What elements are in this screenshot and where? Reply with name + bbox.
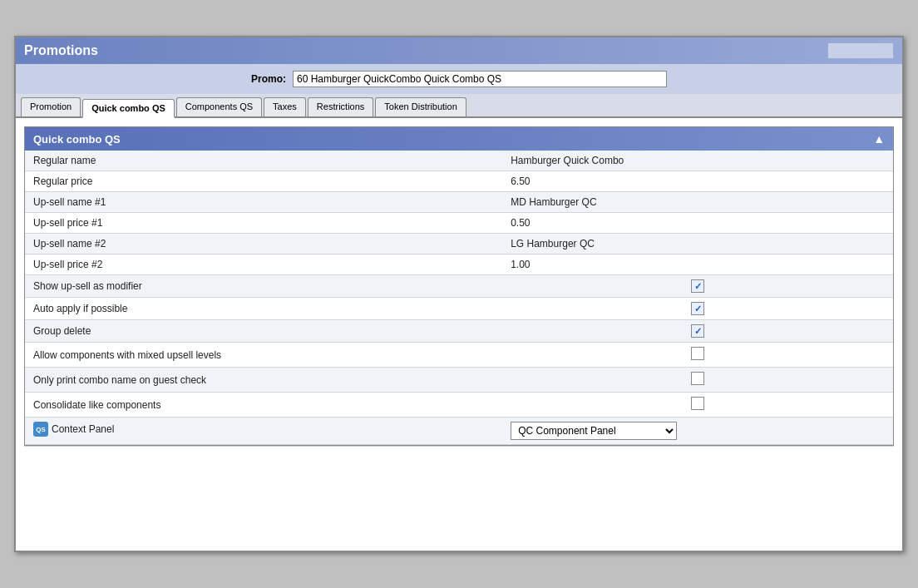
row-value: LG Hamburger QC — [502, 234, 893, 254]
promo-label: Promo: — [251, 73, 286, 85]
table-row: Allow components with mixed upsell level… — [25, 343, 893, 368]
table-row: Regular nameHamburger Quick Combo — [25, 151, 893, 171]
row-value — [502, 343, 893, 368]
table-row: Regular price6.50 — [25, 171, 893, 192]
checkbox[interactable] — [691, 279, 704, 293]
row-value — [502, 368, 893, 393]
promo-select-wrapper: 60 Hamburger QuickCombo Quick Combo QS — [293, 71, 667, 87]
tab-quick-combo-qs[interactable]: Quick combo QS — [82, 99, 175, 118]
row-label: Regular name — [25, 151, 502, 171]
bottom-area — [24, 446, 894, 512]
section-header: Quick combo QS ▲ — [25, 127, 893, 151]
row-label: Group delete — [25, 320, 502, 343]
row-value: 1.00 — [502, 254, 893, 275]
tab-components-qs[interactable]: Components QS — [176, 97, 262, 116]
context-panel-value: QC Component Panel — [502, 418, 893, 445]
section-box: Quick combo QS ▲ Regular nameHamburger Q… — [24, 126, 894, 446]
row-label: Allow components with mixed upsell level… — [25, 343, 502, 368]
context-panel-label: QS Context Panel — [25, 418, 288, 441]
table-row: Consolidate like components — [25, 393, 893, 418]
context-panel-row: QS Context PanelQC Component Panel — [25, 418, 893, 445]
content-area: Quick combo QS ▲ Regular nameHamburger Q… — [16, 118, 902, 551]
row-value — [502, 298, 893, 320]
table-row: Up-sell name #2LG Hamburger QC — [25, 234, 893, 254]
row-value — [502, 320, 893, 343]
title-bar: Promotions — [16, 37, 902, 64]
data-table: Regular nameHamburger Quick ComboRegular… — [25, 151, 893, 445]
row-label: Up-sell price #2 — [25, 254, 502, 275]
row-label: Up-sell name #2 — [25, 234, 502, 254]
tab-taxes[interactable]: Taxes — [264, 97, 306, 116]
tab-token-distribution[interactable]: Token Distribution — [375, 97, 466, 116]
checkbox[interactable] — [691, 302, 704, 315]
app-title: Promotions — [24, 43, 98, 58]
row-label: Regular price — [25, 171, 502, 192]
row-label: Up-sell price #1 — [25, 213, 502, 234]
checkbox[interactable] — [691, 347, 704, 360]
row-value: Hamburger Quick Combo — [502, 151, 893, 171]
checkbox[interactable] — [691, 372, 704, 385]
context-panel-select-wrapper: QC Component Panel — [511, 422, 885, 440]
context-panel-select[interactable]: QC Component Panel — [511, 422, 677, 440]
row-value: MD Hamburger QC — [502, 192, 893, 213]
table-row: Up-sell price #10.50 — [25, 213, 893, 234]
table-row: Group delete — [25, 320, 893, 343]
table-row: Only print combo name on guest check — [25, 368, 893, 393]
title-bar-control — [827, 42, 894, 59]
checkbox[interactable] — [691, 324, 704, 338]
table-row: Up-sell name #1MD Hamburger QC — [25, 192, 893, 213]
table-row: Auto apply if possible — [25, 298, 893, 320]
row-value — [502, 275, 893, 298]
row-value: 0.50 — [502, 213, 893, 234]
row-label: Only print combo name on guest check — [25, 368, 502, 393]
row-label: Show up-sell as modifier — [25, 275, 502, 298]
tab-promotion[interactable]: Promotion — [21, 97, 81, 116]
table-row: Show up-sell as modifier — [25, 275, 893, 298]
section-title: Quick combo QS — [33, 133, 121, 146]
checkbox[interactable] — [691, 397, 704, 410]
row-label: Up-sell name #1 — [25, 192, 502, 213]
row-value: 6.50 — [502, 171, 893, 192]
table-row: Up-sell price #21.00 — [25, 254, 893, 275]
row-label: Consolidate like components — [25, 393, 502, 418]
tabs-bar: Promotion Quick combo QS Components QS T… — [16, 94, 902, 118]
promo-select[interactable]: 60 Hamburger QuickCombo Quick Combo QS — [293, 71, 667, 87]
tab-restrictions[interactable]: Restrictions — [308, 97, 373, 116]
app-window: Promotions Promo: 60 Hamburger QuickComb… — [14, 36, 904, 552]
row-value — [502, 393, 893, 418]
qs-icon: QS — [33, 422, 48, 437]
promo-bar: Promo: 60 Hamburger QuickCombo Quick Com… — [16, 64, 902, 94]
row-label: Auto apply if possible — [25, 298, 502, 320]
collapse-icon[interactable]: ▲ — [873, 132, 885, 146]
